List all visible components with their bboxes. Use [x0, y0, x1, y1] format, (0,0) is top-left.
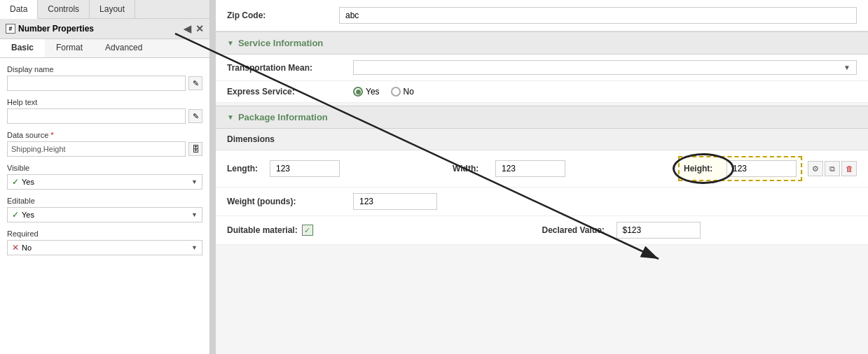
dim-action-buttons: ⚙ ⧉ 🗑 — [808, 161, 857, 176]
panel-body: Display name ✎ Help text ✎ Data source * — [0, 58, 209, 354]
declared-value-label: Declared Value: — [542, 225, 612, 235]
height-cell: Height: ⚙ ⧉ 🗑 — [678, 156, 857, 181]
radio-yes-label: Yes — [366, 87, 380, 97]
sub-tab-advanced[interactable]: Advanced — [94, 39, 153, 57]
height-label: Height: — [684, 164, 722, 174]
required-marker: * — [50, 131, 53, 139]
package-info-title: Package Information — [238, 112, 328, 122]
transportation-mean-row: Transportation Mean: ▼ — [216, 55, 868, 81]
height-input[interactable] — [726, 160, 797, 177]
duitable-checkbox[interactable]: ✓ — [302, 225, 313, 236]
duitable-label: Duitable material: — [227, 225, 298, 235]
tab-controls[interactable]: Controls — [38, 0, 90, 18]
package-chevron-icon: ▼ — [227, 113, 234, 121]
height-dashed-box: Height: — [678, 156, 802, 181]
width-input[interactable] — [495, 160, 565, 177]
visible-group: Visible ✓Yes ▼ — [7, 164, 202, 190]
radio-no-circle — [391, 87, 401, 97]
required-label: Required — [7, 229, 202, 238]
display-name-group: Display name ✎ — [7, 65, 202, 91]
length-cell: Length: — [227, 160, 439, 177]
dimensions-header: Dimensions — [216, 129, 868, 150]
visible-select[interactable]: ✓Yes ▼ — [7, 174, 202, 190]
left-panel: Data Controls Layout # Number Properties… — [0, 0, 210, 354]
delete-action-btn[interactable]: 🗑 — [841, 161, 857, 176]
zip-code-label: Zip Code: — [227, 10, 339, 20]
panel-header: # Number Properties ◀ ✕ — [0, 19, 209, 39]
radio-yes[interactable]: Yes — [353, 87, 380, 97]
required-select[interactable]: ✕No ▼ — [7, 240, 202, 255]
length-input[interactable] — [270, 160, 340, 177]
help-text-input[interactable] — [7, 108, 186, 124]
panel-back-button[interactable]: ◀ — [184, 23, 191, 34]
width-cell: Width: — [453, 160, 664, 177]
editable-group: Editable ✓Yes ▼ — [7, 197, 202, 222]
display-name-label: Display name — [7, 65, 202, 73]
length-label: Length: — [227, 164, 266, 174]
number-properties-icon: # — [6, 24, 15, 34]
transportation-mean-label: Transportation Mean: — [227, 63, 353, 73]
tab-data[interactable]: Data — [0, 0, 38, 19]
required-group: Required ✕No ▼ — [7, 229, 202, 255]
editable-select[interactable]: ✓Yes ▼ — [7, 207, 202, 222]
declared-value-cell: Declared Value: — [542, 222, 857, 239]
package-info-header[interactable]: ▼ Package Information — [216, 106, 868, 129]
express-service-radio-group: Yes No — [353, 87, 857, 97]
data-source-label: Data source * — [7, 131, 202, 139]
right-panel: Zip Code: ▼ Service Information Transpor… — [216, 0, 868, 354]
radio-yes-circle — [353, 87, 363, 97]
service-info-header[interactable]: ▼ Service Information — [216, 31, 868, 55]
declared-value-input[interactable] — [616, 222, 701, 239]
data-source-input[interactable] — [7, 141, 186, 157]
help-text-group: Help text ✎ — [7, 98, 202, 124]
sub-tab-basic[interactable]: Basic — [0, 39, 45, 57]
duitable-cell: Duitable material: ✓ — [227, 225, 542, 236]
sub-tabs: Basic Format Advanced — [0, 39, 209, 58]
zip-code-row: Zip Code: — [216, 0, 868, 31]
panel-close-button[interactable]: ✕ — [195, 23, 204, 34]
display-name-input[interactable] — [7, 76, 186, 91]
express-service-label: Express Service: — [227, 87, 353, 97]
help-text-label: Help text — [7, 98, 202, 106]
panel-divider — [210, 0, 216, 354]
radio-no[interactable]: No — [391, 87, 414, 97]
copy-action-btn[interactable]: ⧉ — [825, 161, 840, 176]
bottom-row: Duitable material: ✓ Declared Value: — [216, 216, 868, 245]
editable-label: Editable — [7, 197, 202, 205]
weight-label: Weight (pounds): — [227, 197, 353, 206]
data-source-group: Data source * 🗄 — [7, 131, 202, 157]
sub-tab-format[interactable]: Format — [45, 39, 94, 57]
service-info-title: Service Information — [238, 38, 323, 48]
width-label: Width: — [453, 164, 491, 174]
weight-row: Weight (pounds): — [216, 187, 868, 216]
dimensions-row: Length: Width: Height: ⚙ ⧉ — [216, 150, 868, 187]
gear-action-btn[interactable]: ⚙ — [808, 161, 823, 176]
data-source-db-icon[interactable]: 🗄 — [188, 142, 202, 156]
top-tabs: Data Controls Layout — [0, 0, 209, 19]
visible-label: Visible — [7, 164, 202, 172]
display-name-edit-icon[interactable]: ✎ — [188, 76, 202, 90]
express-service-row: Express Service: Yes No — [216, 81, 868, 103]
radio-no-label: No — [404, 87, 414, 97]
help-text-edit-icon[interactable]: ✎ — [188, 109, 202, 123]
tab-layout[interactable]: Layout — [90, 0, 135, 18]
zip-code-input[interactable] — [339, 7, 857, 24]
transportation-select[interactable]: ▼ — [353, 60, 857, 75]
weight-input[interactable] — [353, 193, 437, 210]
service-chevron-icon: ▼ — [227, 39, 234, 47]
panel-title: Number Properties — [18, 24, 94, 34]
